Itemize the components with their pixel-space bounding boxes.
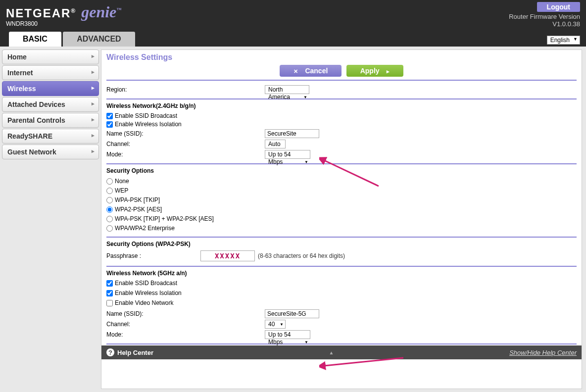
wireless-isolation-24-checkbox[interactable] <box>106 121 113 128</box>
region-section: Region: North America <box>106 80 577 98</box>
passphrase-input[interactable]: XXXXX <box>200 250 255 261</box>
passphrase-hint: (8-63 characters or 64 hex digits) <box>258 252 345 259</box>
passphrase-label: Passphrase : <box>106 252 200 259</box>
mode-24-label: Mode: <box>106 151 265 158</box>
brand: NETGEAR® genie™ <box>6 3 580 21</box>
security-wpa-both-radio[interactable] <box>106 216 113 222</box>
ssid-broadcast-5-checkbox[interactable] <box>106 280 113 287</box>
wireless-isolation-24-label: Enable Wireless Isolation <box>115 121 182 128</box>
region-label: Region: <box>106 86 265 93</box>
model-number: WNDR3800 <box>6 20 580 27</box>
network-5ghz-section: Wireless Network (5GHz a/n) Enable SSID … <box>106 266 577 343</box>
sidebar-item-internet[interactable]: Internet <box>2 65 99 80</box>
security-wpa2-aes-radio[interactable] <box>106 206 113 213</box>
sidebar-item-readyshare[interactable]: ReadySHARE <box>2 129 99 144</box>
passphrase-section: Security Options (WPA2-PSK) Passphrase :… <box>106 237 577 266</box>
sidebar-item-home[interactable]: Home <box>2 49 99 64</box>
sidebar-item-wireless[interactable]: Wireless <box>2 81 99 96</box>
svg-line-3 <box>324 358 403 366</box>
channel-24-select[interactable]: Auto <box>265 140 286 148</box>
logout-button[interactable]: Logout <box>537 2 580 12</box>
wireless-isolation-5-checkbox[interactable] <box>106 290 113 296</box>
help-center-label: Help Center <box>117 349 153 356</box>
apply-button[interactable]: Apply <box>346 65 403 77</box>
show-hide-help-link[interactable]: Show/Hide Help Center <box>509 349 577 356</box>
security-enterprise-radio[interactable] <box>106 225 113 232</box>
firmware-version: Router Firmware Version V1.0.0.38 <box>509 13 580 28</box>
tab-basic[interactable]: BASIC <box>9 32 61 47</box>
mode-5-select[interactable]: Up to 54 Mbps <box>265 330 310 339</box>
security-none-radio[interactable] <box>106 178 113 185</box>
network-5ghz-heading: Wireless Network (5GHz a/n) <box>106 270 577 277</box>
tab-advanced[interactable]: ADVANCED <box>63 32 135 47</box>
passphrase-heading: Security Options (WPA2-PSK) <box>106 241 577 247</box>
mode-24-select[interactable]: Up to 54 Mbps <box>265 150 310 159</box>
security-wpa-tkip-radio[interactable] <box>106 197 113 203</box>
ssid-broadcast-24-label: Enable SSID Broadcast <box>115 112 177 119</box>
ssid-broadcast-24-checkbox[interactable] <box>106 113 113 119</box>
channel-5-select[interactable]: 40 <box>265 320 286 329</box>
mode-5-label: Mode: <box>106 331 265 338</box>
language-select[interactable]: English <box>547 36 580 45</box>
ssid-broadcast-5-label: Enable SSID Broadcast <box>115 280 177 287</box>
channel-5-label: Channel: <box>106 321 265 328</box>
ssid-5-input[interactable] <box>265 309 319 318</box>
ssid-24-label: Name (SSID): <box>106 130 265 137</box>
brand-genie: genie™ <box>81 3 121 21</box>
annotation-arrow-2 <box>319 356 408 371</box>
video-network-5-checkbox[interactable] <box>106 300 113 306</box>
channel-24-label: Channel: <box>106 141 265 147</box>
main-content: Wireless Settings Cancel Apply Region: N… <box>101 49 582 389</box>
sidebar-item-parental-controls[interactable]: Parental Controls <box>2 113 99 128</box>
action-buttons: Cancel Apply <box>106 65 577 77</box>
top-tabs: BASIC ADVANCED <box>9 32 135 47</box>
ssid-24-input[interactable] <box>265 129 319 138</box>
sidebar-item-guest-network[interactable]: Guest Network <box>2 145 99 159</box>
brand-netgear: NETGEAR® <box>6 6 76 20</box>
network-24ghz-heading: Wireless Network(2.4GHz b/g/n) <box>106 102 577 109</box>
ssid-5-label: Name (SSID): <box>106 310 265 317</box>
svg-line-1 <box>324 160 379 186</box>
region-select[interactable]: North America <box>265 85 309 94</box>
sidebar-item-attached-devices[interactable]: Attached Devices <box>2 97 99 112</box>
wireless-isolation-5-label: Enable Wireless Isolation <box>115 290 182 296</box>
security-wep-radio[interactable] <box>106 188 113 194</box>
annotation-arrow-1 <box>319 156 384 191</box>
sidebar: Home Internet Wireless Attached Devices … <box>0 47 101 392</box>
page-title: Wireless Settings <box>106 53 577 62</box>
help-icon: ? <box>106 348 114 356</box>
cancel-button[interactable]: Cancel <box>280 65 342 77</box>
network-24ghz-section: Wireless Network(2.4GHz b/g/n) Enable SS… <box>106 98 577 163</box>
header: NETGEAR® genie™ WNDR3800 Logout Router F… <box>0 0 586 47</box>
video-network-5-label: Enable Video Network <box>115 299 174 306</box>
expand-icon[interactable]: ▲ <box>329 350 334 355</box>
